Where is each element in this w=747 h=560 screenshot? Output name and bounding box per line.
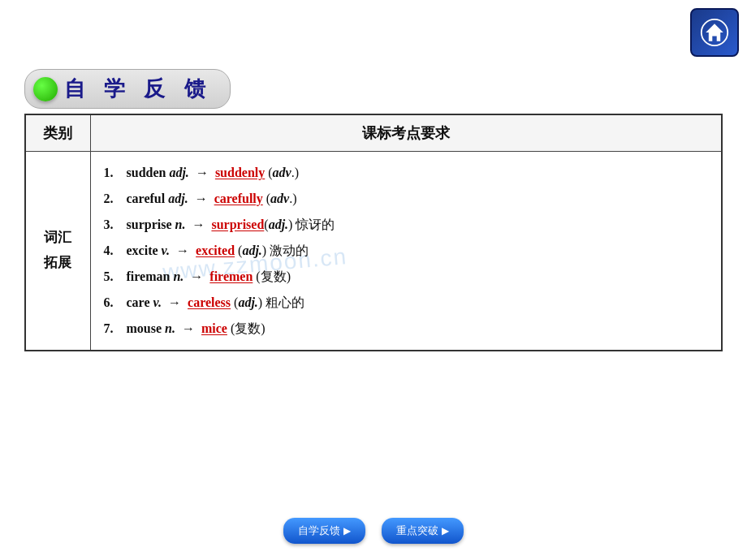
item-num: 2.	[104, 186, 127, 212]
item-content: sudden adj. → suddenly (adv.)	[127, 160, 300, 186]
item-num: 4.	[104, 238, 127, 264]
answer-word: firemen	[209, 269, 253, 283]
list-item: 5. fireman n. → firemen (复数)	[104, 264, 709, 290]
self-study-button[interactable]: 自学反馈 ▶	[283, 518, 365, 544]
arrow-icon: ▶	[343, 525, 351, 537]
list-item: 1. sudden adj. → suddenly (adv.)	[104, 160, 709, 186]
list-item: 6. care v. → careless (adj.) 粗心的	[104, 290, 709, 316]
list-item: 3. surprise n. → surprised(adj.) 惊讶的	[104, 212, 709, 238]
list-item: 7. mouse n. → mice (复数)	[104, 316, 709, 342]
list-item: 2. careful adj. → carefully (adv.)	[104, 186, 709, 212]
table-row: 词汇拓展 1. sudden adj. → suddenly (adv.) 2.	[25, 152, 722, 351]
answer-word: carefully	[214, 192, 263, 205]
answer-word: surprised	[211, 218, 264, 231]
item-num: 6.	[104, 290, 127, 316]
item-content: excite v. → excited (adj.) 激动的	[127, 238, 309, 264]
item-num: 5.	[104, 264, 127, 290]
svg-marker-1	[706, 24, 723, 41]
home-icon	[700, 18, 729, 47]
item-content: fireman n. → firemen (复数)	[127, 264, 291, 290]
key-points-label: 重点突破	[396, 523, 438, 538]
answer-word: mice	[201, 321, 227, 335]
title-section: 自 学 反 馈	[24, 69, 231, 109]
main-content-table: 类别 课标考点要求 词汇拓展 1. sudden adj. → suddenly…	[24, 114, 723, 351]
col-header-content: 课标考点要求	[90, 114, 722, 152]
home-button[interactable]	[690, 8, 739, 57]
page-title: 自 学 反 馈	[64, 75, 212, 103]
self-study-label: 自学反馈	[298, 523, 340, 538]
item-num: 7.	[104, 316, 127, 342]
list-item: 4. excite v. → excited (adj.) 激动的	[104, 238, 709, 264]
item-num: 3.	[104, 212, 127, 238]
arrow-icon: ▶	[442, 525, 449, 537]
category-cell: 词汇拓展	[25, 152, 90, 351]
item-content: careful adj. → carefully (adv.)	[127, 186, 297, 212]
vocab-list: 1. sudden adj. → suddenly (adv.) 2. care…	[104, 160, 709, 342]
answer-word: suddenly	[215, 166, 265, 179]
content-cell: 1. sudden adj. → suddenly (adv.) 2. care…	[90, 152, 722, 351]
title-pill: 自 学 反 馈	[24, 69, 231, 109]
answer-word: careless	[188, 295, 231, 309]
item-content: surprise n. → surprised(adj.) 惊讶的	[127, 212, 335, 238]
key-points-button[interactable]: 重点突破 ▶	[382, 518, 464, 544]
col-header-category: 类别	[25, 114, 90, 152]
table-header-row: 类别 课标考点要求	[25, 114, 722, 152]
green-circle-icon	[33, 77, 58, 101]
item-content: mouse n. → mice (复数)	[127, 316, 266, 342]
item-content: care v. → careless (adj.) 粗心的	[127, 290, 305, 316]
answer-word: excited	[196, 243, 235, 257]
bottom-navigation: 自学反馈 ▶ 重点突破 ▶	[283, 518, 464, 544]
item-num: 1.	[104, 160, 127, 186]
